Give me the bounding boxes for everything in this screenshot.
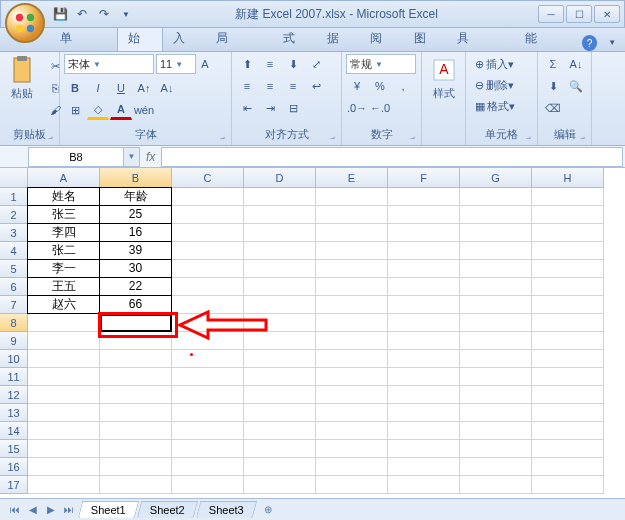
row-header[interactable]: 6	[0, 278, 28, 296]
inc-decimal-icon[interactable]: .0→	[346, 98, 368, 118]
cell[interactable]	[100, 332, 172, 350]
cell[interactable]	[532, 386, 604, 404]
cell[interactable]: 张三	[27, 205, 100, 224]
cell[interactable]	[388, 224, 460, 242]
first-sheet-icon[interactable]: ⏮	[6, 501, 24, 519]
autosum-icon[interactable]: Σ	[542, 54, 564, 74]
cell[interactable]	[316, 224, 388, 242]
qat-dropdown-icon[interactable]: ▼	[117, 5, 135, 23]
cell[interactable]	[316, 314, 388, 332]
col-header[interactable]: C	[172, 168, 244, 188]
row-header[interactable]: 13	[0, 404, 28, 422]
cell[interactable]	[460, 440, 532, 458]
percent-icon[interactable]: %	[369, 76, 391, 96]
orientation-icon[interactable]: ⤢	[305, 54, 327, 74]
worksheet-grid[interactable]: A B C D E F G H 1姓名年龄2张三253李四164张二395李一3…	[0, 168, 625, 498]
cell[interactable]	[244, 440, 316, 458]
cell[interactable]: 张二	[27, 241, 100, 260]
styles-button[interactable]: A 样式	[426, 54, 462, 103]
cell[interactable]	[172, 350, 244, 368]
cell[interactable]	[388, 476, 460, 494]
underline-button[interactable]: U	[110, 78, 132, 98]
cell[interactable]	[316, 386, 388, 404]
cell[interactable]	[172, 332, 244, 350]
cell[interactable]	[460, 296, 532, 314]
row-header[interactable]: 1	[0, 188, 28, 206]
cell[interactable]: 66	[99, 295, 172, 314]
cell[interactable]	[316, 332, 388, 350]
cell[interactable]	[532, 260, 604, 278]
row-header[interactable]: 15	[0, 440, 28, 458]
cell[interactable]	[316, 350, 388, 368]
cell[interactable]	[100, 386, 172, 404]
dec-decimal-icon[interactable]: ←.0	[369, 98, 391, 118]
cell[interactable]	[388, 404, 460, 422]
cell[interactable]	[172, 404, 244, 422]
cell[interactable]	[172, 296, 244, 314]
undo-icon[interactable]: ↶	[73, 5, 91, 23]
cell[interactable]	[532, 458, 604, 476]
cell[interactable]	[388, 296, 460, 314]
cell[interactable]	[28, 350, 100, 368]
redo-icon[interactable]: ↷	[95, 5, 113, 23]
cell[interactable]	[100, 314, 172, 332]
last-sheet-icon[interactable]: ⏭	[60, 501, 78, 519]
cell[interactable]	[532, 350, 604, 368]
cell[interactable]	[460, 206, 532, 224]
cell[interactable]	[172, 242, 244, 260]
cell[interactable]: 李一	[27, 259, 100, 278]
cell[interactable]: 李四	[27, 223, 100, 242]
bold-button[interactable]: B	[64, 78, 86, 98]
cell[interactable]	[28, 440, 100, 458]
fx-icon[interactable]: fx	[146, 150, 155, 164]
align-right-icon[interactable]: ≡	[282, 76, 304, 96]
sheet-tab[interactable]: Sheet1	[78, 501, 139, 518]
cell[interactable]	[388, 206, 460, 224]
cell[interactable]	[28, 386, 100, 404]
merge-icon[interactable]: ⊟	[282, 98, 304, 118]
row-header[interactable]: 17	[0, 476, 28, 494]
select-all-corner[interactable]	[0, 168, 28, 188]
cell[interactable]	[388, 368, 460, 386]
save-icon[interactable]: 💾	[51, 5, 69, 23]
cell[interactable]	[532, 314, 604, 332]
cell[interactable]	[244, 224, 316, 242]
col-header[interactable]: D	[244, 168, 316, 188]
cell[interactable]	[28, 368, 100, 386]
cell[interactable]	[532, 278, 604, 296]
cell[interactable]	[388, 440, 460, 458]
cell[interactable]: 16	[99, 223, 172, 242]
row-header[interactable]: 9	[0, 332, 28, 350]
cell[interactable]	[460, 458, 532, 476]
cell[interactable]	[460, 278, 532, 296]
col-header[interactable]: H	[532, 168, 604, 188]
cell[interactable]	[316, 368, 388, 386]
row-header[interactable]: 11	[0, 368, 28, 386]
cell[interactable]	[316, 422, 388, 440]
cell[interactable]	[244, 386, 316, 404]
help-icon[interactable]: ?	[582, 35, 598, 51]
cell[interactable]	[100, 422, 172, 440]
paste-button[interactable]: 粘贴	[4, 54, 40, 103]
cell[interactable]	[100, 368, 172, 386]
align-left-icon[interactable]: ≡	[236, 76, 258, 96]
clear-icon[interactable]: ⌫	[542, 98, 564, 118]
cell[interactable]	[172, 368, 244, 386]
insert-cells-button[interactable]: ⊕插入▾	[470, 54, 519, 74]
cell[interactable]	[316, 404, 388, 422]
shrink-font-button[interactable]: A↓	[156, 78, 178, 98]
row-header[interactable]: 10	[0, 350, 28, 368]
cell[interactable]	[172, 224, 244, 242]
cell[interactable]	[532, 206, 604, 224]
cell[interactable]	[28, 476, 100, 494]
cell[interactable]	[172, 422, 244, 440]
format-cells-button[interactable]: ▦格式▾	[470, 96, 520, 116]
font-color-button[interactable]: A	[110, 100, 132, 120]
align-center-icon[interactable]: ≡	[259, 76, 281, 96]
cell[interactable]	[460, 404, 532, 422]
cell[interactable]	[316, 458, 388, 476]
cell[interactable]	[172, 476, 244, 494]
cell[interactable]: 39	[99, 241, 172, 260]
grow-font-button[interactable]: A↑	[133, 78, 155, 98]
cell[interactable]	[244, 350, 316, 368]
